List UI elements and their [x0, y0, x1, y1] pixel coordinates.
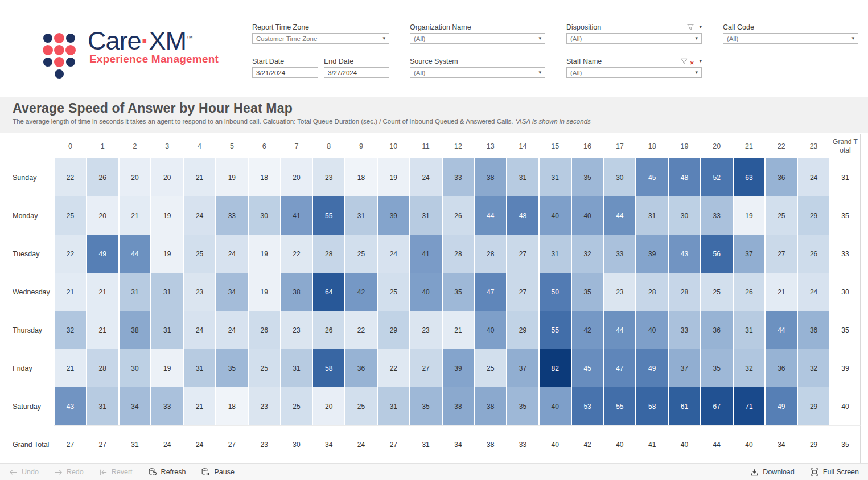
- heatmap-tile[interactable]: 29: [798, 196, 829, 235]
- heatmap-tile[interactable]: 44: [766, 311, 797, 349]
- grand-total-cell[interactable]: 29: [797, 425, 830, 463]
- heatmap-tile[interactable]: 20: [87, 196, 118, 235]
- hour-column-header[interactable]: 16: [571, 134, 604, 158]
- heatmap-tile[interactable]: 25: [184, 235, 215, 273]
- heatmap-tile[interactable]: 26: [87, 158, 118, 196]
- hour-column-header[interactable]: 17: [603, 134, 636, 158]
- heatmap-tile[interactable]: 22: [55, 158, 86, 196]
- heatmap-tile[interactable]: 30: [120, 349, 151, 387]
- heatmap-tile[interactable]: 32: [798, 349, 829, 387]
- hour-column-header[interactable]: 19: [668, 134, 701, 158]
- heatmap-tile[interactable]: 45: [636, 158, 668, 196]
- heatmap-tile[interactable]: 19: [151, 349, 183, 387]
- heatmap-tile[interactable]: 19: [249, 235, 280, 273]
- heatmap-tile[interactable]: 23: [281, 311, 312, 349]
- chevron-down-icon[interactable]: ▾: [382, 36, 385, 41]
- heatmap-tile[interactable]: 31: [410, 196, 442, 235]
- heatmap-tile[interactable]: 38: [475, 387, 506, 425]
- heatmap-tile[interactable]: 42: [572, 311, 603, 349]
- heatmap-tile[interactable]: 19: [378, 158, 409, 196]
- day-row-label[interactable]: Sunday: [0, 158, 54, 196]
- hour-column-header[interactable]: 15: [539, 134, 571, 158]
- heatmap-tile[interactable]: 37: [507, 349, 538, 387]
- chevron-down-icon[interactable]: ▾: [851, 36, 854, 41]
- heatmap-tile[interactable]: 31: [120, 273, 151, 311]
- heatmap-tile[interactable]: 30: [669, 196, 700, 235]
- heatmap-tile[interactable]: 35: [572, 273, 603, 311]
- heatmap-tile[interactable]: 26: [798, 235, 829, 273]
- hour-column-header[interactable]: 20: [701, 134, 733, 158]
- end-date-input[interactable]: 3/27/2024: [324, 67, 389, 78]
- grand-total-cell[interactable]: 42: [571, 425, 604, 463]
- heatmap-tile[interactable]: 52: [701, 158, 733, 196]
- heatmap-tile[interactable]: 49: [87, 235, 118, 273]
- grand-total-cell[interactable]: 38: [474, 425, 507, 463]
- heatmap-tile[interactable]: 27: [507, 235, 538, 273]
- heatmap-tile[interactable]: 50: [540, 273, 571, 311]
- hour-column-header[interactable]: 5: [216, 134, 248, 158]
- heatmap-tile[interactable]: 24: [798, 158, 829, 196]
- heatmap-tile[interactable]: 39: [443, 349, 474, 387]
- row-grand-total-cell[interactable]: 30: [830, 273, 861, 311]
- refresh-button[interactable]: Refresh: [148, 467, 186, 477]
- heatmap-tile[interactable]: 25: [345, 235, 377, 273]
- hour-column-header[interactable]: 3: [151, 134, 183, 158]
- heatmap-tile[interactable]: 23: [604, 273, 635, 311]
- heatmap-tile[interactable]: 31: [507, 158, 538, 196]
- grand-total-cell[interactable]: 34: [765, 425, 797, 463]
- heatmap-tile[interactable]: 24: [798, 273, 829, 311]
- heatmap-tile[interactable]: 18: [345, 158, 377, 196]
- heatmap-tile[interactable]: 21: [766, 273, 797, 311]
- grand-total-cell[interactable]: 41: [636, 425, 668, 463]
- grand-total-cell[interactable]: 34: [312, 425, 345, 463]
- grand-total-cell[interactable]: 40: [603, 425, 636, 463]
- heatmap-tile[interactable]: 40: [572, 196, 603, 235]
- hour-column-header[interactable]: 21: [733, 134, 766, 158]
- hour-column-header[interactable]: 9: [345, 134, 377, 158]
- grand-total-cell[interactable]: 33: [507, 425, 539, 463]
- heatmap-tile[interactable]: 33: [443, 158, 474, 196]
- chevron-down-icon[interactable]: ▾: [699, 59, 702, 64]
- hour-column-header[interactable]: 2: [119, 134, 151, 158]
- heatmap-tile[interactable]: 21: [184, 158, 215, 196]
- day-row-label[interactable]: Friday: [0, 349, 54, 387]
- hour-column-header[interactable]: 14: [507, 134, 539, 158]
- hour-column-header[interactable]: 7: [281, 134, 313, 158]
- heatmap-tile[interactable]: 20: [151, 158, 183, 196]
- heatmap-tile[interactable]: 22: [345, 311, 377, 349]
- heatmap-tile[interactable]: 21: [55, 273, 86, 311]
- heatmap-tile[interactable]: 34: [216, 273, 248, 311]
- grand-total-cell[interactable]: 40: [539, 425, 571, 463]
- staff-name-dropdown[interactable]: (All) ▾: [566, 67, 702, 78]
- day-row-label[interactable]: Monday: [0, 196, 54, 235]
- heatmap-tile[interactable]: 27: [507, 273, 538, 311]
- hour-column-header[interactable]: 23: [797, 134, 830, 158]
- call-code-dropdown[interactable]: (All) ▾: [723, 33, 858, 44]
- heatmap-tile[interactable]: 21: [120, 196, 151, 235]
- disposition-dropdown[interactable]: (All) ▾: [566, 33, 702, 44]
- heatmap-tile[interactable]: 25: [281, 387, 312, 425]
- chevron-down-icon[interactable]: ▾: [538, 36, 541, 41]
- heatmap-tile[interactable]: 32: [55, 311, 86, 349]
- heatmap-tile[interactable]: 61: [669, 387, 700, 425]
- heatmap-tile[interactable]: 31: [184, 349, 215, 387]
- heatmap-tile[interactable]: 53: [572, 387, 603, 425]
- heatmap-tile[interactable]: 35: [410, 387, 442, 425]
- row-grand-total-cell[interactable]: 39: [830, 349, 861, 387]
- grand-total-cell[interactable]: 31: [119, 425, 151, 463]
- heatmap-tile[interactable]: 55: [604, 387, 635, 425]
- heatmap-tile[interactable]: 35: [443, 273, 474, 311]
- heatmap-tile[interactable]: 27: [766, 235, 797, 273]
- heatmap-tile[interactable]: 24: [216, 235, 248, 273]
- heatmap-tile[interactable]: 45: [572, 349, 603, 387]
- heatmap-tile[interactable]: 28: [475, 235, 506, 273]
- heatmap-tile[interactable]: 31: [540, 235, 571, 273]
- heatmap-tile[interactable]: 25: [766, 196, 797, 235]
- heatmap-tile[interactable]: 31: [87, 387, 118, 425]
- heatmap-tile[interactable]: 58: [313, 349, 344, 387]
- heatmap-tile[interactable]: 26: [734, 273, 765, 311]
- heatmap-tile[interactable]: 24: [184, 311, 215, 349]
- heatmap-tile[interactable]: 34: [120, 387, 151, 425]
- clear-filter-x-icon[interactable]: ✕: [690, 60, 694, 66]
- grand-total-cell[interactable]: 27: [54, 425, 87, 463]
